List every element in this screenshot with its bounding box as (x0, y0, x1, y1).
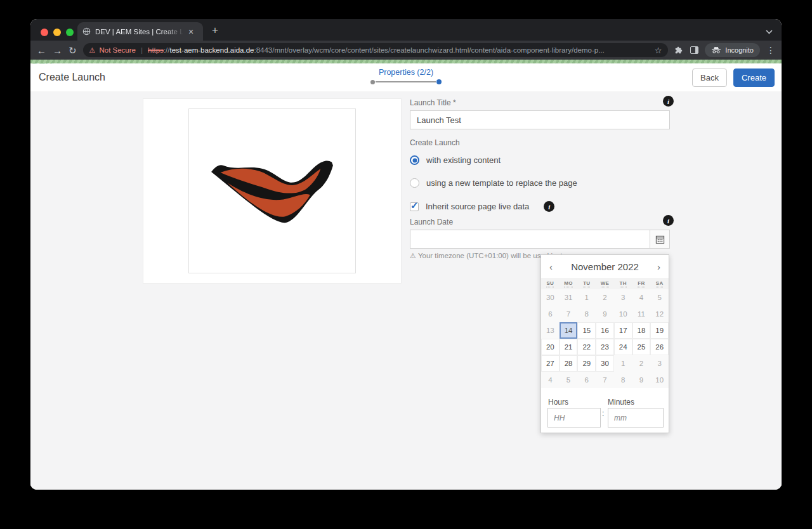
browser-tab[interactable]: DEV | AEM Sites | Create Launc × (77, 22, 203, 41)
calendar-day[interactable]: 29 (577, 355, 596, 372)
calendar-day: 12 (650, 306, 669, 322)
url-separator: :// (164, 46, 170, 54)
calendar-day-selected[interactable]: 14 (560, 322, 578, 339)
radio-option-new-template[interactable]: using a new template to replace the page (410, 178, 577, 188)
calendar-icon (655, 235, 665, 244)
step-dot-current (436, 79, 442, 84)
launch-date-row (410, 230, 670, 249)
calendar-day[interactable]: 17 (614, 322, 632, 339)
browser-menu-icon[interactable]: ⋮ (766, 45, 775, 55)
new-tab-button[interactable]: + (212, 24, 218, 37)
calendar-day: 1 (577, 289, 596, 306)
calendar-day: 5 (650, 289, 669, 306)
wizard-header: Create Launch Properties (2/2) Back Crea… (30, 63, 782, 91)
page-url: https://test-aem-backend.aida.de:8443/mn… (148, 46, 651, 54)
step-label: Properties (2/2) (370, 68, 442, 77)
calendar-day[interactable]: 24 (614, 339, 632, 355)
calendar-day[interactable]: 23 (596, 339, 614, 355)
calendar-day: 8 (614, 372, 632, 388)
not-secure-warning-icon[interactable]: ⚠ (89, 46, 96, 55)
extensions-puzzle-icon[interactable] (674, 46, 684, 55)
calendar-day: 31 (560, 289, 578, 306)
radio-option-label: with existing content (426, 155, 501, 165)
tab-close-icon[interactable]: × (188, 27, 193, 36)
tab-title: DEV | AEM Sites | Create Launc (95, 28, 184, 36)
calendar-popup: ‹ November 2022 › SUMOTUWETHFRSA 3031123… (540, 254, 669, 433)
launch-form: Launch Title * i Create Launch with exis… (410, 91, 670, 282)
aem-page: DEV Create Launch Properties (2/2) Back … (30, 60, 782, 490)
calendar-day: 3 (614, 289, 632, 306)
page-thumbnail-card (143, 98, 402, 284)
calendar-day: 30 (541, 289, 560, 306)
checkbox-checked-icon[interactable]: ✓ (410, 202, 419, 211)
create-button[interactable]: Create (733, 69, 775, 87)
tab-search-chevron-icon[interactable] (766, 28, 771, 33)
side-panel-icon[interactable] (690, 46, 698, 54)
tab-strip: DEV | AEM Sites | Create Launc × + (30, 19, 782, 41)
desktop-background: DEV | AEM Sites | Create Launc × + ← → ↻… (0, 0, 812, 529)
time-separator: : (602, 409, 604, 418)
calendar-day: 4 (541, 372, 560, 388)
incognito-icon (711, 46, 721, 54)
window-controls (41, 29, 74, 36)
calendar-day[interactable]: 21 (560, 339, 578, 355)
forward-icon[interactable]: → (53, 46, 62, 55)
url-domain: test-aem-backend.aida.de (170, 46, 254, 54)
calendar-day[interactable]: 26 (650, 339, 669, 355)
minimize-window-button[interactable] (53, 29, 61, 36)
wizard-content: Launch Title * i Create Launch with exis… (30, 91, 782, 490)
next-month-icon[interactable]: › (657, 261, 660, 272)
close-window-button[interactable] (41, 29, 48, 36)
calendar-day: 6 (541, 306, 560, 322)
radio-option-existing-content[interactable]: with existing content (410, 155, 501, 165)
inherit-live-data-row[interactable]: ✓ Inherit source page live data i (410, 201, 554, 212)
back-icon[interactable]: ← (37, 46, 46, 55)
back-button[interactable]: Back (692, 69, 727, 87)
launch-date-info-icon[interactable]: i (663, 215, 674, 226)
launch-title-info-icon[interactable]: i (663, 96, 674, 107)
url-scheme: https (148, 46, 164, 54)
warning-triangle-icon: ⚠ (410, 252, 416, 259)
calendar-day[interactable]: 25 (632, 339, 651, 355)
calendar-day[interactable]: 22 (577, 339, 596, 355)
calendar-day[interactable]: 16 (596, 322, 614, 339)
calendar-picker-button[interactable] (650, 230, 670, 249)
calendar-day[interactable]: 28 (560, 355, 578, 372)
calendar-day[interactable]: 15 (577, 322, 596, 339)
hours-input[interactable] (547, 408, 601, 428)
url-path: :8443/mnt/overlay/wcm/core/content/sites… (254, 46, 604, 54)
launch-date-input[interactable] (410, 230, 650, 249)
calendar-day[interactable]: 19 (650, 322, 669, 339)
omnibox-divider: | (141, 46, 143, 54)
aida-lips-logo (210, 155, 334, 227)
radio-selected-icon[interactable] (410, 155, 419, 165)
address-bar[interactable]: ⚠ Not Secure | https://test-aem-backend.… (83, 43, 669, 57)
timezone-warning: ⚠Your timezone (UTC+01:00) will be used … (410, 252, 562, 260)
inherit-info-icon[interactable]: i (544, 201, 554, 212)
calendar-header: ‹ November 2022 › (541, 255, 669, 278)
calendar-day[interactable]: 18 (632, 322, 651, 339)
calendar-day: 2 (596, 289, 614, 306)
calendar-day[interactable]: 27 (541, 355, 560, 372)
radio-unselected-icon[interactable] (410, 178, 419, 188)
radio-option-label: using a new template to replace the page (426, 178, 577, 188)
calendar-day: 5 (560, 372, 578, 388)
launch-title-label: Launch Title * (410, 98, 456, 107)
calendar-day[interactable]: 20 (541, 339, 560, 355)
not-secure-label[interactable]: Not Secure (99, 46, 136, 54)
browser-window: DEV | AEM Sites | Create Launc × + ← → ↻… (30, 19, 782, 490)
launch-title-input[interactable] (410, 110, 670, 129)
calendar-day: 13 (541, 322, 560, 339)
calendar-dow-label: TH (620, 280, 627, 287)
reload-icon[interactable]: ↻ (69, 46, 77, 55)
step-track (370, 79, 442, 84)
calendar-day-headers: SUMOTUWETHFRSA (541, 278, 669, 289)
zoom-window-button[interactable] (66, 29, 74, 36)
calendar-day: 10 (650, 372, 669, 388)
minutes-input[interactable] (608, 408, 664, 428)
calendar-day: 8 (577, 306, 596, 322)
calendar-day[interactable]: 30 (596, 355, 614, 372)
bookmark-star-icon[interactable]: ☆ (655, 46, 662, 55)
page-title: Create Launch (39, 72, 105, 83)
calendar-day: 10 (614, 306, 632, 322)
